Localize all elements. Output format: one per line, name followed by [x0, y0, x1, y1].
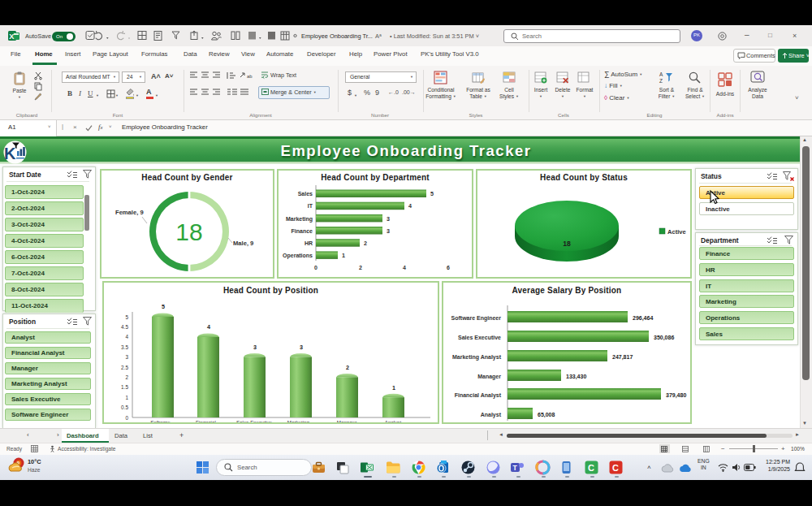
- svg-text:1.5: 1.5: [121, 384, 128, 390]
- svg-text:Manager: Manager: [337, 419, 356, 422]
- svg-text:1: 1: [392, 384, 395, 391]
- svg-text:3: 3: [125, 354, 128, 360]
- svg-text:4: 4: [125, 334, 128, 339]
- svg-text:3: 3: [387, 215, 390, 223]
- svg-text:18: 18: [175, 218, 202, 245]
- svg-text:3: 3: [253, 344, 257, 351]
- svg-text:350,086: 350,086: [654, 335, 674, 341]
- svg-text:0: 0: [314, 265, 317, 270]
- svg-text:Z: Z: [659, 78, 663, 84]
- svg-text:Analyst: Analyst: [385, 419, 402, 422]
- svg-text:133,430: 133,430: [566, 374, 586, 380]
- svg-text:Sales: Sales: [298, 191, 313, 197]
- svg-text:4: 4: [403, 265, 406, 270]
- svg-text:6: 6: [447, 265, 450, 270]
- svg-text:X: X: [9, 32, 14, 41]
- svg-text:18: 18: [563, 240, 571, 248]
- svg-text:5: 5: [125, 314, 128, 320]
- svg-text:296,464: 296,464: [633, 315, 653, 322]
- svg-text:65,008: 65,008: [538, 412, 555, 418]
- svg-text:2: 2: [125, 374, 128, 380]
- svg-text:5: 5: [162, 303, 165, 310]
- svg-text:1: 1: [125, 395, 128, 400]
- svg-text:5: 5: [430, 190, 434, 197]
- svg-text:2: 2: [359, 265, 362, 270]
- svg-text:Sales Executive: Sales Executive: [458, 335, 501, 340]
- svg-text:3: 3: [300, 344, 303, 351]
- svg-text:Active: Active: [667, 228, 686, 236]
- svg-text:C: C: [612, 463, 619, 473]
- svg-text:1: 1: [342, 252, 345, 259]
- svg-text:247,817: 247,817: [612, 354, 633, 361]
- svg-text:379,480: 379,480: [666, 392, 686, 399]
- svg-text:Analyst: Analyst: [481, 412, 502, 418]
- svg-text:4.5: 4.5: [121, 324, 128, 330]
- svg-text:Sales Executive: Sales Executive: [236, 419, 273, 422]
- svg-text:Software Engineer: Software Engineer: [451, 315, 502, 322]
- svg-text:Finance: Finance: [292, 228, 313, 234]
- svg-text:Operations: Operations: [283, 253, 313, 259]
- svg-text:2: 2: [346, 364, 349, 371]
- svg-text:Marketing Analyst: Marketing Analyst: [452, 354, 502, 361]
- svg-text:ab: ab: [247, 74, 253, 79]
- svg-text:0.5: 0.5: [121, 404, 128, 410]
- svg-text:Marketing: Marketing: [286, 216, 313, 223]
- svg-text:Male, 9: Male, 9: [233, 240, 253, 247]
- svg-text:2: 2: [364, 240, 367, 247]
- svg-text:HR: HR: [304, 240, 313, 246]
- svg-text:Marketing...: Marketing...: [287, 419, 314, 422]
- svg-text:3: 3: [387, 227, 390, 235]
- svg-text:Manager: Manager: [477, 374, 501, 380]
- svg-text:Software...: Software...: [150, 419, 175, 422]
- svg-text:3.5: 3.5: [121, 344, 128, 350]
- svg-text:2.5: 2.5: [121, 365, 128, 370]
- svg-text:0: 0: [125, 415, 128, 421]
- svg-text:IT: IT: [308, 203, 313, 209]
- svg-text:Female, 9: Female, 9: [115, 209, 144, 216]
- svg-text:T: T: [513, 464, 518, 472]
- svg-text:A: A: [659, 71, 663, 77]
- svg-text:4: 4: [207, 323, 210, 331]
- svg-text:4: 4: [408, 202, 412, 210]
- svg-text:C: C: [588, 463, 594, 473]
- svg-text:Financial Analyst: Financial Analyst: [455, 392, 502, 399]
- svg-text:Financial...: Financial...: [196, 419, 220, 422]
